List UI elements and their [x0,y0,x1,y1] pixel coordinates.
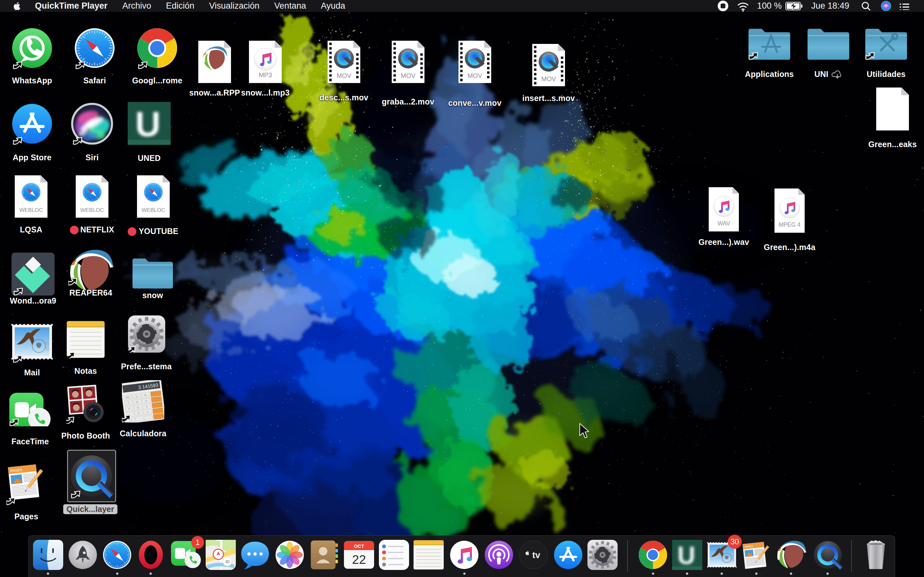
svg-text:tv: tv [532,550,540,560]
svg-text:MOV: MOV [336,72,351,79]
svg-text:MPEG 4: MPEG 4 [779,221,800,228]
svg-text:3D: 3D [225,560,230,564]
svg-text:%: % [144,393,147,397]
svg-text:OCT: OCT [354,543,364,549]
svg-text:U: U [135,104,160,143]
svg-text:MOV: MOV [401,72,415,79]
svg-text:AC: AC [126,396,130,400]
svg-text:WEBLOC: WEBLOC [142,207,165,213]
svg-text:U: U [677,542,695,569]
svg-text:22: 22 [352,553,366,566]
svg-text:WEBLOC: WEBLOC [80,207,104,213]
svg-text:WAV: WAV [718,220,730,227]
svg-text:MP3: MP3 [258,71,272,79]
svg-text:MOV: MOV [467,72,482,79]
svg-text:MOV: MOV [541,75,556,82]
svg-text:WEBLOC: WEBLOC [19,207,43,213]
